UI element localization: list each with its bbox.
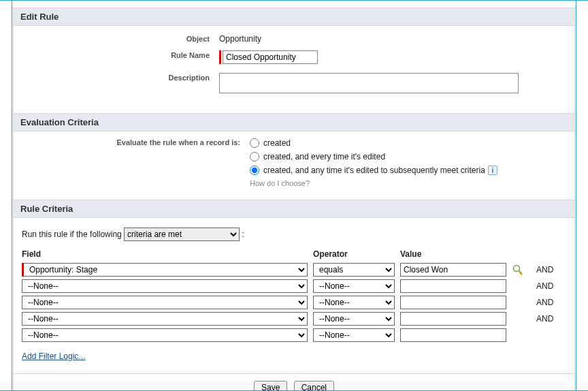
radio-created-label: created xyxy=(263,138,291,148)
edit-rule-body: Object Opportunity Rule Name Description xyxy=(14,26,574,113)
criteria-value-input[interactable] xyxy=(400,296,506,309)
colon: : xyxy=(242,230,244,239)
edit-rule-header: Edit Rule xyxy=(14,8,574,26)
svg-point-0 xyxy=(514,266,520,272)
rule-criteria-body: Run this rule if the following criteria … xyxy=(14,218,574,373)
criteria-value-input[interactable] xyxy=(400,279,506,293)
object-label: Object xyxy=(22,33,219,43)
criteria-operator-select[interactable]: --None-- xyxy=(313,312,395,326)
criteria-field-select[interactable]: --None-- xyxy=(22,312,308,326)
radio-created-subsequently[interactable] xyxy=(250,166,259,175)
col-field-header: Field xyxy=(22,249,308,260)
evaluation-criteria-body: Evaluate the rule when a record is: crea… xyxy=(14,131,574,200)
description-textarea[interactable] xyxy=(219,73,519,93)
cancel-button[interactable]: Cancel xyxy=(294,381,334,391)
radio-created-edited-label: created, and every time it's edited xyxy=(263,152,385,161)
and-label: AND xyxy=(536,265,566,275)
run-rule-select[interactable]: criteria are met xyxy=(124,228,240,241)
rule-name-label: Rule Name xyxy=(22,49,219,59)
radio-created[interactable] xyxy=(250,138,259,148)
rule-name-input[interactable] xyxy=(223,50,318,64)
how-do-i-choose-link[interactable]: How do I choose? xyxy=(250,179,566,187)
and-label: AND xyxy=(536,298,566,307)
criteria-operator-select[interactable]: --None-- xyxy=(313,296,395,309)
criteria-field-select[interactable]: --None-- xyxy=(22,296,308,309)
and-label: AND xyxy=(536,314,566,324)
criteria-field-select[interactable]: Opportunity: Stage xyxy=(22,263,308,277)
criteria-operator-select[interactable]: --None-- xyxy=(313,328,395,342)
footer: Save Cancel xyxy=(14,373,574,391)
evaluation-criteria-header: Evaluation Criteria xyxy=(14,113,574,131)
criteria-operator-select[interactable]: equals xyxy=(313,263,395,277)
save-button[interactable]: Save xyxy=(254,381,287,391)
and-label: AND xyxy=(536,281,566,291)
object-value: Opportunity xyxy=(219,33,566,44)
criteria-value-input[interactable] xyxy=(400,328,506,342)
criteria-value-input[interactable] xyxy=(400,263,506,277)
criteria-operator-select[interactable]: --None-- xyxy=(313,279,395,293)
run-rule-label: Run this rule if the following xyxy=(22,230,122,239)
evaluate-label: Evaluate the rule when a record is: xyxy=(22,138,250,146)
criteria-field-select[interactable]: --None-- xyxy=(22,279,308,293)
info-icon[interactable]: i xyxy=(488,166,497,175)
lookup-icon[interactable] xyxy=(512,264,524,276)
col-value-header: Value xyxy=(400,249,506,260)
rule-criteria-header: Rule Criteria xyxy=(14,200,574,218)
radio-created-subsequently-label: created, and any time it's edited to sub… xyxy=(263,166,485,175)
edit-rule-panel: Edit Rule Object Opportunity Rule Name D… xyxy=(13,7,575,391)
add-filter-logic-link[interactable]: Add Filter Logic... xyxy=(22,351,85,361)
description-label: Description xyxy=(22,72,219,82)
col-operator-header: Operator xyxy=(313,249,395,260)
radio-created-edited[interactable] xyxy=(250,152,259,161)
criteria-value-input[interactable] xyxy=(400,312,506,326)
criteria-field-select[interactable]: --None-- xyxy=(22,328,308,342)
required-indicator xyxy=(219,50,221,64)
